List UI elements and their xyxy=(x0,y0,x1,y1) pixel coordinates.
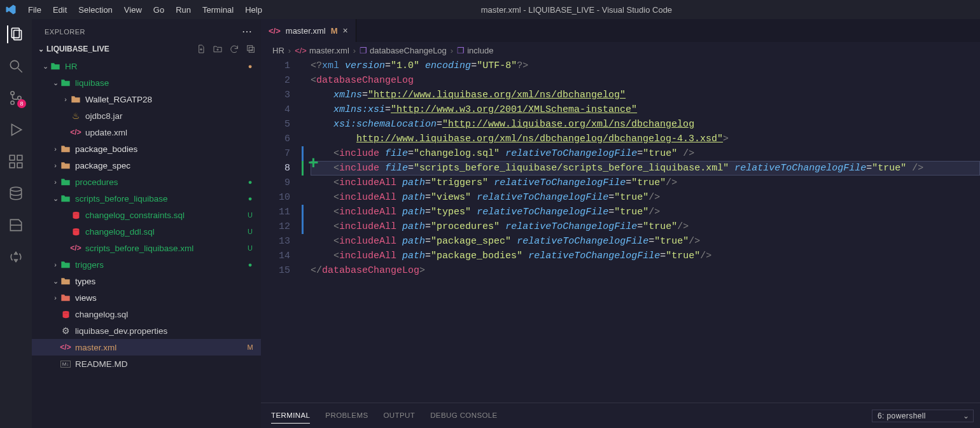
new-folder-icon[interactable] xyxy=(213,44,223,54)
tree-row[interactable]: ⌄liquibase xyxy=(32,74,261,91)
editor-tabs: </> master.xml M × xyxy=(261,19,980,42)
menu-selection[interactable]: Selection xyxy=(73,3,117,17)
editor-area: </> master.xml M × HR › </>master.xml › … xyxy=(261,19,980,428)
terminal-selector-label: 6: powershell xyxy=(878,411,926,420)
crumb-file[interactable]: </>master.xml xyxy=(295,46,349,55)
tab-master-xml[interactable]: </> master.xml M × xyxy=(261,19,356,42)
breadcrumbs[interactable]: HR › </>master.xml › ❐databaseChangeLog … xyxy=(261,42,980,59)
menu-view[interactable]: View xyxy=(119,3,147,17)
new-file-icon[interactable] xyxy=(196,44,206,54)
tree-row[interactable]: ›procedures● xyxy=(32,174,261,190)
search-icon[interactable] xyxy=(7,57,25,75)
tree-row[interactable]: ♨ojdbc8.jar xyxy=(32,107,261,124)
svg-rect-7 xyxy=(10,155,15,160)
svg-rect-0 xyxy=(11,28,19,38)
svg-point-5 xyxy=(11,101,14,104)
settings-sync-icon[interactable] xyxy=(7,248,25,266)
vscode-logo-icon xyxy=(5,4,17,15)
panel-tab-output[interactable]: OUTPUT xyxy=(383,408,415,424)
menu-help[interactable]: Help xyxy=(240,3,267,17)
chevron-down-icon: ⌄ xyxy=(963,411,969,420)
extensions-icon[interactable] xyxy=(7,153,25,170)
svg-rect-8 xyxy=(10,163,15,168)
menu-edit[interactable]: Edit xyxy=(48,3,72,17)
code-content[interactable]: <?xml version="1.0" encoding="UTF-8"?><d… xyxy=(311,59,980,278)
svg-point-17 xyxy=(62,310,69,313)
svg-rect-9 xyxy=(17,163,22,168)
code-editor[interactable]: 123456789101112131415 + <?xml version="1… xyxy=(261,59,980,403)
added-line-icon: + xyxy=(308,156,319,171)
scm-badge: 8 xyxy=(17,99,26,108)
crumb-symbol-root[interactable]: ❐databaseChangeLog xyxy=(360,46,447,55)
explorer-title: EXPLORER xyxy=(45,28,85,36)
tree-row[interactable]: ›triggers● xyxy=(32,256,261,273)
window-title: master.xml - LIQUIBASE_LIVE - Visual Stu… xyxy=(267,5,886,15)
tree-row[interactable]: </>update.xml xyxy=(32,124,261,141)
tree-row[interactable]: changelog_constraints.sqlU xyxy=(32,207,261,223)
svg-point-2 xyxy=(10,60,18,69)
explorer-icon[interactable] xyxy=(7,25,25,43)
tree-row[interactable]: ⌄types xyxy=(32,273,261,289)
tab-label: master.xml xyxy=(286,26,326,36)
database-icon[interactable] xyxy=(7,184,25,202)
tree-row[interactable]: ›package_bodies xyxy=(32,141,261,157)
svg-point-4 xyxy=(11,92,14,95)
panel-tabs: TERMINAL PROBLEMS OUTPUT DEBUG CONSOLE xyxy=(271,408,498,424)
menu-file[interactable]: File xyxy=(23,3,46,17)
tree-row[interactable]: ⚙liquibase_dev.properties xyxy=(32,322,261,339)
svg-point-15 xyxy=(73,211,79,214)
activity-bar: 8 xyxy=(0,19,32,428)
chevron-down-icon[interactable]: ⌄ xyxy=(38,45,44,53)
panel-tab-problems[interactable]: PROBLEMS xyxy=(325,408,368,424)
panel-tab-terminal[interactable]: TERMINAL xyxy=(271,408,310,424)
svg-point-16 xyxy=(73,228,79,230)
source-control-icon[interactable]: 8 xyxy=(7,89,25,107)
xml-file-icon: </> xyxy=(269,26,281,36)
tree-row[interactable]: ›Wallet_RGATP28 xyxy=(32,91,261,107)
bottom-panel: TERMINAL PROBLEMS OUTPUT DEBUG CONSOLE 6… xyxy=(261,403,980,428)
svg-point-11 xyxy=(10,187,21,191)
tree-row[interactable]: changelog_ddl.sqlU xyxy=(32,223,261,240)
crumb-symbol-child[interactable]: ❐include xyxy=(457,46,493,55)
tab-modified-badge: M xyxy=(331,26,338,36)
crumb-folder[interactable]: HR xyxy=(272,46,284,55)
explorer-sidebar: EXPLORER ⋯ ⌄ LIQUIBASE_LIVE ⌄HR●⌄liquiba… xyxy=(32,19,261,428)
tree-row[interactable]: ⌄HR● xyxy=(32,58,261,74)
menu-run[interactable]: Run xyxy=(171,3,196,17)
menu-terminal[interactable]: Terminal xyxy=(197,3,239,17)
run-debug-icon[interactable] xyxy=(7,121,25,139)
tree-row[interactable]: changelog.sql xyxy=(32,306,261,322)
title-bar: File Edit Selection View Go Run Terminal… xyxy=(0,0,980,19)
line-number-gutter: 123456789101112131415 xyxy=(261,59,299,278)
explorer-more-icon[interactable]: ⋯ xyxy=(242,25,253,38)
remote-explorer-icon[interactable] xyxy=(7,216,25,234)
svg-line-3 xyxy=(18,68,22,72)
main-menu: File Edit Selection View Go Run Terminal… xyxy=(23,3,267,17)
close-icon[interactable]: × xyxy=(342,25,347,36)
svg-rect-1 xyxy=(14,31,22,40)
tree-row[interactable]: ⌄scripts_before_liquibase● xyxy=(32,190,261,207)
terminal-selector[interactable]: 6: powershell ⌄ xyxy=(872,410,974,422)
tree-row[interactable]: </>scripts_before_liquibase.xmlU xyxy=(32,240,261,256)
file-tree: ⌄HR●⌄liquibase›Wallet_RGATP28♨ojdbc8.jar… xyxy=(32,57,261,428)
svg-rect-10 xyxy=(17,155,22,160)
tree-row[interactable]: ›views xyxy=(32,289,261,306)
panel-tab-debug-console[interactable]: DEBUG CONSOLE xyxy=(430,408,498,424)
workspace-name: LIQUIBASE_LIVE xyxy=(46,45,109,53)
refresh-icon[interactable] xyxy=(229,44,239,54)
menu-go[interactable]: Go xyxy=(148,3,169,17)
collapse-all-icon[interactable] xyxy=(246,44,256,54)
tree-row[interactable]: </>master.xmlM xyxy=(32,339,261,356)
tree-row[interactable]: ›package_spec xyxy=(32,157,261,174)
tree-row[interactable]: M↓README.MD xyxy=(32,356,261,372)
